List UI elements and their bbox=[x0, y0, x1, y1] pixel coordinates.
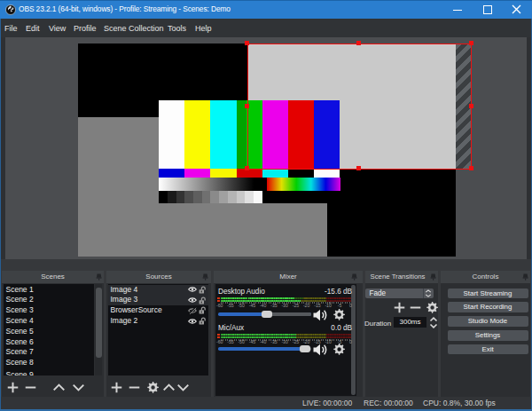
svg-text:-50: -50 bbox=[238, 303, 245, 308]
svg-text:-30: -30 bbox=[281, 303, 288, 308]
svg-text:-40: -40 bbox=[260, 339, 267, 344]
svg-text:-45: -45 bbox=[249, 339, 256, 344]
svg-text:-60: -60 bbox=[216, 303, 223, 308]
svg-text:-40: -40 bbox=[260, 303, 267, 308]
svg-text:-30: -30 bbox=[281, 339, 288, 344]
svg-text:-60: -60 bbox=[216, 339, 223, 344]
svg-text:-35: -35 bbox=[270, 303, 278, 308]
svg-text:-50: -50 bbox=[238, 339, 245, 344]
svg-text:-5: -5 bbox=[338, 303, 342, 308]
svg-text:-55: -55 bbox=[227, 303, 234, 308]
svg-text:-10: -10 bbox=[325, 303, 332, 308]
svg-text:-15: -15 bbox=[314, 303, 321, 308]
svg-text:-55: -55 bbox=[227, 339, 234, 344]
svg-text:-25: -25 bbox=[293, 303, 300, 308]
svg-text:-45: -45 bbox=[249, 303, 256, 308]
svg-text:-25: -25 bbox=[293, 339, 300, 344]
svg-text:-20: -20 bbox=[303, 339, 310, 344]
svg-text:-20: -20 bbox=[303, 303, 310, 308]
svg-text:0: 0 bbox=[349, 303, 352, 308]
svg-text:0: 0 bbox=[349, 339, 352, 344]
svg-text:-35: -35 bbox=[270, 339, 278, 344]
